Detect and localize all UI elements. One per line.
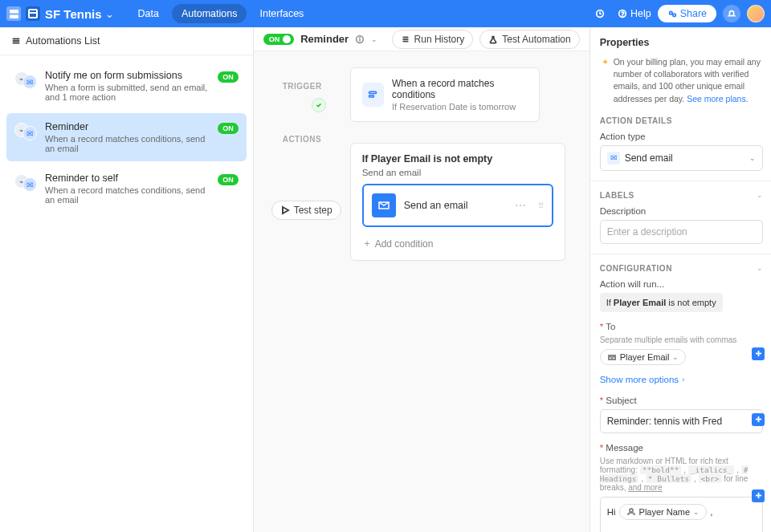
condition-title: If Player Email is not empty	[362, 153, 553, 164]
drag-handle-icon[interactable]: ⠿	[538, 201, 544, 210]
show-more-options[interactable]: Show more options›	[600, 375, 763, 384]
action-type-label: Action type	[600, 132, 763, 141]
automations-list-header[interactable]: Automations List	[0, 27, 253, 55]
list-icon	[11, 36, 21, 46]
automation-item-title: Reminder to self	[45, 173, 210, 184]
chevron-down-icon: ⌄	[757, 264, 763, 272]
avatar[interactable]	[747, 5, 765, 22]
message-help: Use markdown or HTML for rich text forma…	[600, 457, 763, 492]
trigger-sub: If Reservation Date is tomorrow	[392, 102, 528, 112]
trigger-label: TRIGGER	[283, 82, 322, 91]
automation-item-icons: ⌁✉	[14, 174, 37, 192]
message-label: Message	[600, 443, 763, 453]
status-badge: ON	[218, 174, 239, 185]
condition-sub: Send an email	[362, 168, 553, 177]
svg-point-24	[630, 509, 633, 512]
action-details-label: ACTION DETAILS	[600, 116, 763, 125]
info-icon[interactable]	[355, 35, 365, 44]
history-icon[interactable]	[589, 6, 611, 22]
tab-automations[interactable]: Automations	[172, 4, 247, 23]
tab-interfaces[interactable]: Interfaces	[250, 4, 313, 23]
status-badge: ON	[218, 123, 239, 134]
automation-title[interactable]: Reminder	[300, 33, 349, 45]
svg-rect-19	[369, 95, 374, 97]
envelope-icon	[372, 193, 396, 217]
see-plans-link[interactable]: See more plans.	[687, 94, 748, 104]
description-label: Description	[600, 206, 763, 216]
trigger-node[interactable]: When a record matches conditions If Rese…	[350, 67, 540, 122]
conditions-icon	[362, 83, 384, 107]
svg-point-14	[360, 37, 361, 38]
send-email-action-card[interactable]: Send an email ⋯ ⠿	[362, 184, 553, 227]
action-type-select[interactable]: ✉ Send email ⌄	[600, 145, 763, 171]
svg-rect-1	[10, 14, 18, 18]
automation-item-desc: When a record matches conditions, send a…	[45, 185, 210, 205]
base-name[interactable]: SF Tennis	[45, 7, 102, 21]
actions-node: If Player Email is not empty Send an ema…	[350, 143, 565, 261]
to-label: To	[600, 322, 763, 331]
envelope-icon: ✉	[607, 152, 620, 164]
labels-section[interactable]: LABELS ⌄	[600, 191, 763, 200]
player-name-token[interactable]: Player Name ⌄	[619, 504, 708, 520]
automation-item-desc: When a form is submitted, send an email,…	[45, 83, 210, 102]
message-input[interactable]: Hi Player Name ⌄ , This is a reminder of…	[600, 497, 763, 532]
notifications-icon[interactable]	[723, 5, 740, 22]
tab-data[interactable]: Data	[128, 4, 169, 23]
base-icon	[26, 6, 40, 21]
automation-item[interactable]: ⌁✉ Reminder When a record matches condit…	[6, 113, 247, 161]
to-help: Separate multiple emails with commas	[600, 335, 763, 344]
automation-toggle[interactable]: ON	[263, 34, 295, 45]
subject-label: Subject	[600, 396, 763, 405]
more-icon[interactable]: ⋯	[515, 199, 527, 212]
trigger-status-icon	[312, 98, 326, 112]
run-history-button[interactable]: Run History	[392, 30, 474, 49]
chevron-down-icon: ⌄	[757, 191, 763, 199]
trigger-title: When a record matches conditions	[392, 78, 528, 100]
actions-label: ACTIONS	[283, 135, 322, 144]
chevron-down-icon: ⌄	[672, 353, 679, 361]
chevron-down-icon: ⌄	[693, 508, 700, 516]
properties-title: Properties	[600, 37, 763, 48]
add-subject-token-button[interactable]	[752, 413, 765, 426]
airtable-logo[interactable]	[6, 6, 21, 21]
action-label: Send an email	[404, 200, 507, 211]
automation-item[interactable]: ⌁✉ Notify me on form submissions When a …	[6, 62, 247, 110]
subject-input[interactable]: Reminder: tennis with Fred	[600, 409, 763, 433]
automation-item-icons: ⌁✉	[14, 123, 37, 140]
configuration-section[interactable]: CONFIGURATION ⌄	[600, 264, 763, 273]
automation-item-desc: When a record matches conditions, send a…	[45, 134, 210, 153]
svg-rect-18	[369, 91, 377, 93]
to-chip[interactable]: Player Email ⌄	[600, 349, 687, 365]
test-step-button[interactable]: Test step	[271, 201, 341, 220]
automation-item-title: Notify me on form submissions	[45, 70, 210, 81]
add-to-field-button[interactable]	[752, 347, 765, 360]
description-input[interactable]: Enter a description	[600, 220, 763, 244]
automation-item-icons: ⌁✉	[14, 71, 37, 89]
automation-item-title: Reminder	[45, 121, 210, 132]
add-message-token-button[interactable]	[752, 489, 765, 502]
automation-item[interactable]: ⌁✉ Reminder to self When a record matche…	[6, 164, 247, 213]
svg-rect-0	[10, 10, 18, 14]
run-condition-pill[interactable]: If Player Email is not empty	[600, 293, 723, 312]
share-button[interactable]: Share	[658, 5, 716, 22]
chevron-down-icon[interactable]: ⌄	[371, 35, 377, 43]
plan-note: ✦ On your billing plan, you may email an…	[600, 56, 763, 105]
add-condition-button[interactable]: ＋Add condition	[362, 237, 553, 250]
status-badge: ON	[218, 71, 239, 83]
sparkle-icon: ✦	[602, 56, 609, 105]
help-button[interactable]: Help	[611, 5, 658, 22]
test-automation-button[interactable]: Test Automation	[479, 30, 579, 49]
chevron-down-icon: ⌄	[749, 154, 756, 162]
base-menu-chevron[interactable]: ⌄	[105, 8, 114, 20]
svg-point-6	[622, 15, 623, 16]
action-will-run-label: Action will run...	[600, 279, 763, 289]
